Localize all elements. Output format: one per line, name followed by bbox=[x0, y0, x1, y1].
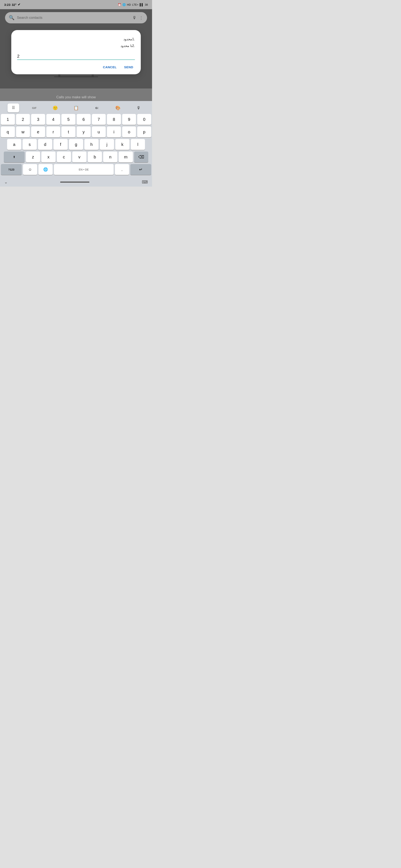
status-bar: 3:23 32° ✔ ⏰ 🌐 HD LTE+ ▌▌ 38 bbox=[0, 0, 152, 9]
dialog-input[interactable] bbox=[17, 53, 135, 60]
keyboard-sticker-button[interactable]: 🙂 bbox=[49, 103, 61, 112]
key-5[interactable]: 5 bbox=[61, 114, 76, 125]
alarm-icon: ⏰ bbox=[118, 3, 121, 6]
key-r[interactable]: r bbox=[46, 126, 60, 137]
signal-icon: ▌▌ bbox=[140, 3, 143, 6]
key-1[interactable]: 1 bbox=[1, 114, 15, 125]
key-e[interactable]: e bbox=[31, 126, 45, 137]
key-y[interactable]: y bbox=[77, 126, 91, 137]
key-q[interactable]: q bbox=[1, 126, 15, 137]
key-d[interactable]: d bbox=[38, 139, 52, 150]
keyboard-toolbar: ⠿ GIF 🙂 📋 G⃝ 🎨 🎙 bbox=[1, 103, 151, 114]
option1: .1محدود bbox=[17, 36, 135, 42]
hide-keyboard-icon[interactable]: ⌄ bbox=[4, 180, 8, 185]
bottom-text-area: Calls you make will show bbox=[0, 89, 152, 101]
battery-label: 38 bbox=[145, 3, 148, 6]
signal-hd-icon: HD bbox=[127, 3, 131, 6]
option2: .2نا محدود bbox=[17, 42, 135, 49]
key-7[interactable]: 7 bbox=[92, 114, 106, 125]
key-o[interactable]: o bbox=[122, 126, 136, 137]
send-button[interactable]: SEND bbox=[122, 64, 135, 70]
key-z[interactable]: z bbox=[26, 152, 40, 162]
keyboard-number-row: 1 2 3 4 5 6 7 8 9 0 bbox=[1, 114, 151, 125]
cancel-button[interactable]: CANCEL bbox=[101, 64, 118, 70]
key-v[interactable]: v bbox=[72, 152, 86, 162]
bottom-nav: ⌄ ⌨ bbox=[0, 177, 152, 187]
key-g[interactable]: g bbox=[69, 139, 83, 150]
status-time: 3:23 bbox=[4, 3, 10, 6]
period-key[interactable]: . bbox=[115, 164, 129, 175]
key-w[interactable]: w bbox=[16, 126, 30, 137]
key-n[interactable]: n bbox=[103, 152, 117, 162]
key-a[interactable]: a bbox=[7, 139, 21, 150]
keyboard-bottom-row: ?123 ☺ 🌐 EN • DE . ↵ bbox=[1, 164, 151, 175]
space-key[interactable]: EN • DE bbox=[54, 164, 114, 175]
globe-icon: 🌐 bbox=[122, 3, 126, 6]
dialog-buttons: CANCEL SEND bbox=[17, 64, 135, 70]
keyboard[interactable]: ⠿ GIF 🙂 📋 G⃝ 🎨 🎙 1 2 3 4 5 6 7 8 9 0 q w… bbox=[0, 101, 152, 177]
dialog-input-row[interactable] bbox=[17, 53, 135, 60]
key-j[interactable]: j bbox=[100, 139, 114, 150]
keyboard-apps-button[interactable]: ⠿ bbox=[7, 103, 19, 112]
key-9[interactable]: 9 bbox=[122, 114, 136, 125]
key-3[interactable]: 3 bbox=[31, 114, 45, 125]
lte-label: LTE+ bbox=[132, 3, 139, 6]
dialog: .1محدود .2نا محدود CANCEL SEND bbox=[11, 30, 141, 74]
keyboard-zxcv-row: ⬆ z x c v b n m ⌫ bbox=[1, 152, 151, 162]
keyboard-clipboard-button[interactable]: 📋 bbox=[70, 103, 82, 112]
key-s[interactable]: s bbox=[23, 139, 37, 150]
enter-key[interactable]: ↵ bbox=[130, 164, 151, 175]
keyboard-switcher-icon[interactable]: ⌨ bbox=[142, 180, 148, 185]
keyboard-qwerty-row: q w e r t y u i o p bbox=[1, 126, 151, 137]
key-l[interactable]: l bbox=[131, 139, 145, 150]
backspace-key[interactable]: ⌫ bbox=[134, 152, 148, 162]
key-4[interactable]: 4 bbox=[46, 114, 60, 125]
key-h[interactable]: h bbox=[84, 139, 98, 150]
keyboard-theme-button[interactable]: 🎨 bbox=[112, 103, 124, 112]
keyboard-gif-button[interactable]: GIF bbox=[28, 103, 40, 112]
shift-key[interactable]: ⬆ bbox=[4, 152, 25, 162]
key-6[interactable]: 6 bbox=[77, 114, 91, 125]
status-carrier-icon: ✔ bbox=[18, 3, 21, 6]
globe-key[interactable]: 🌐 bbox=[38, 164, 53, 175]
key-t[interactable]: t bbox=[61, 126, 76, 137]
keyboard-voice-button[interactable]: 🎙 bbox=[133, 103, 145, 112]
home-handle[interactable] bbox=[60, 182, 89, 183]
key-2[interactable]: 2 bbox=[16, 114, 30, 125]
key-b[interactable]: b bbox=[88, 152, 102, 162]
key-c[interactable]: c bbox=[57, 152, 71, 162]
emoji-key[interactable]: ☺ bbox=[23, 164, 37, 175]
key-8[interactable]: 8 bbox=[107, 114, 121, 125]
key-f[interactable]: f bbox=[54, 139, 68, 150]
status-right: ⏰ 🌐 HD LTE+ ▌▌ 38 bbox=[118, 3, 148, 6]
keyboard-asdf-row: a s d f g h j k l bbox=[1, 139, 151, 150]
status-temp: 32° bbox=[12, 3, 17, 6]
key-0[interactable]: 0 bbox=[137, 114, 151, 125]
keyboard-translate-button[interactable]: G⃝ bbox=[91, 103, 103, 112]
dialog-options: .1محدود .2نا محدود bbox=[17, 36, 135, 49]
key-p[interactable]: p bbox=[137, 126, 151, 137]
symbols-key[interactable]: ?123 bbox=[1, 164, 22, 175]
key-x[interactable]: x bbox=[41, 152, 56, 162]
status-left: 3:23 32° ✔ bbox=[4, 3, 21, 6]
key-k[interactable]: k bbox=[115, 139, 130, 150]
app-background: 🔍 Search contacts 🎙 ⋮ .1محدود .2نا محدود… bbox=[0, 9, 152, 89]
key-i[interactable]: i bbox=[107, 126, 121, 137]
key-u[interactable]: u bbox=[92, 126, 106, 137]
bottom-text: Calls you make will show bbox=[56, 95, 96, 99]
key-m[interactable]: m bbox=[119, 152, 133, 162]
